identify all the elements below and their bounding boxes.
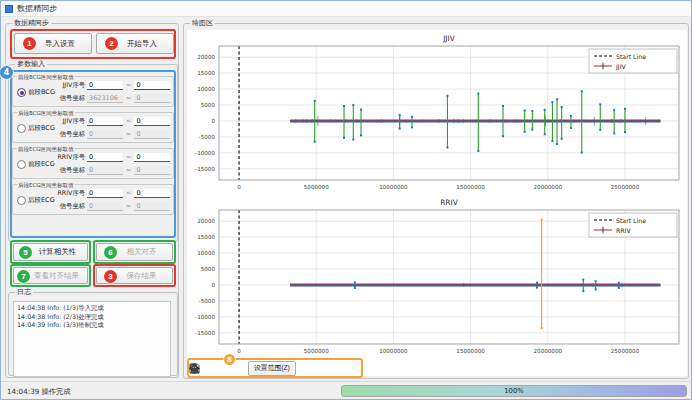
svg-text:20000: 20000	[197, 218, 215, 224]
radio-label: 前段BCG	[28, 88, 55, 97]
front-ecg-radio[interactable]	[17, 160, 26, 169]
app-icon	[5, 5, 13, 13]
signal-coord-to-input[interactable]: 0	[134, 202, 170, 211]
plot-area-title: 绘图区	[190, 19, 215, 28]
view-align-result-button[interactable]: 7 查看对齐结果	[13, 267, 88, 284]
rriv-seq-to-input[interactable]: 0	[134, 153, 170, 162]
svg-text:RRIV: RRIV	[616, 227, 631, 234]
progress-label: 100%	[504, 387, 523, 395]
svg-text:10000000: 10000000	[379, 184, 408, 190]
log-textarea[interactable]: 14:04:38 Info: (1/3)导入完成 14:04:38 Info: …	[13, 301, 171, 377]
row1-label: JJIV序号	[53, 81, 85, 90]
log-line: 14:04:38 Info: (1/3)导入完成	[17, 304, 167, 313]
signal-coord-to-input[interactable]: 0	[134, 166, 170, 175]
section-front-bcg: 前段BCG区间坐标取值 前段BCG JJIV序号 0 ~ 0 信号坐标 3623…	[12, 76, 174, 107]
save-result-button[interactable]: 3 保存结果	[96, 267, 173, 284]
log-groupbox: 日志 14:04:38 Info: (1/3)导入完成 14:04:38 Inf…	[8, 292, 178, 376]
set-range-label: 设置范围(Z)	[254, 363, 290, 373]
signal-coord-from-input[interactable]: 0	[87, 130, 123, 139]
svg-text:0: 0	[237, 348, 241, 354]
signal-coord-to-input[interactable]: 0	[134, 94, 170, 103]
svg-text:-10000: -10000	[195, 314, 215, 320]
tilde: ~	[126, 94, 131, 102]
svg-text:0: 0	[237, 184, 241, 190]
tilde: ~	[126, 189, 131, 197]
badge-2: 2	[105, 37, 118, 50]
svg-text:Start Line: Start Line	[616, 217, 646, 224]
svg-text:15000: 15000	[197, 70, 215, 76]
svg-text:-15000: -15000	[195, 166, 215, 172]
import-settings-button[interactable]: 1 导入设置	[14, 33, 92, 54]
tilde: ~	[126, 202, 131, 210]
svg-text:JJIV: JJIV	[615, 63, 626, 71]
svg-text:5000: 5000	[201, 102, 216, 108]
sync-groupbox: 数据精同步 1 导入设置 2 开始导入 参数输入 4 前段BCG区间坐标取值 前…	[5, 23, 179, 378]
svg-text:5000: 5000	[201, 266, 216, 272]
svg-text:RRIV: RRIV	[440, 198, 458, 207]
sync-group-title: 数据精同步	[12, 19, 51, 28]
svg-text:JJIV: JJIV	[442, 34, 455, 43]
correlation-align-button[interactable]: 6 相关对齐	[96, 243, 173, 261]
badge-7: 7	[17, 270, 30, 283]
correlation-align-label: 相关对齐	[127, 247, 157, 257]
badge-4: 4	[0, 66, 13, 79]
signal-coord-from-input[interactable]: 0	[87, 202, 123, 211]
save-icon[interactable]	[337, 362, 350, 375]
svg-text:5000000: 5000000	[304, 184, 329, 190]
svg-text:-5000: -5000	[199, 134, 216, 140]
zoom-icon[interactable]	[319, 362, 332, 375]
row1-label: JJIV序号	[53, 117, 85, 126]
rear-bcg-radio[interactable]	[17, 124, 26, 133]
jjiv-chart[interactable]: 0500000010000000150000002000000025000000…	[187, 32, 685, 194]
signal-coord-from-input[interactable]: 0	[87, 166, 123, 175]
section-front-ecg: 前段ECG区间坐标取值 前段ECG RRIV序号 0 ~ 0 信号坐标 0 ~ …	[12, 148, 174, 179]
svg-text:10000000: 10000000	[379, 348, 408, 354]
radio-label: 前段ECG	[28, 160, 55, 169]
calc-correlation-button[interactable]: 5 计算相关性	[13, 243, 88, 261]
svg-text:15000000: 15000000	[456, 184, 485, 190]
signal-coord-from-input[interactable]: 3623106	[87, 94, 123, 103]
params-group-title: 参数输入	[15, 60, 47, 69]
chart-toolbar: 设置范围(Z)	[189, 360, 355, 376]
log-group-title: 日志	[15, 288, 33, 297]
app-window: 数据精同步 数据精同步 1 导入设置 2 开始导入 参数输入 4 前段BCG区间…	[0, 0, 692, 400]
tilde: ~	[126, 153, 131, 161]
badge-6: 6	[104, 246, 117, 259]
set-range-button[interactable]: 设置范围(Z)	[248, 361, 296, 376]
rriv-chart[interactable]: 0500000010000000150000002000000025000000…	[187, 196, 685, 358]
front-bcg-radio[interactable]	[17, 88, 26, 97]
row2-label: 信号坐标	[53, 130, 85, 139]
badge-8: 8	[224, 354, 235, 365]
svg-text:25000000: 25000000	[611, 184, 640, 190]
rriv-seq-from-input[interactable]: 0	[87, 189, 123, 198]
svg-text:0: 0	[211, 282, 215, 288]
svg-text:15000: 15000	[197, 234, 215, 240]
radio-label: 后段ECG	[28, 196, 55, 205]
log-line: 14:04:39 Info: (3/3)绘制完成	[17, 321, 167, 330]
row2-label: 信号坐标	[53, 94, 85, 103]
jjiv-seq-to-input[interactable]: 0	[134, 81, 170, 90]
jjiv-seq-from-input[interactable]: 0	[87, 81, 123, 90]
tilde: ~	[126, 81, 131, 89]
tilde: ~	[126, 130, 131, 138]
back-arrow-icon[interactable]	[212, 362, 225, 375]
svg-text:-10000: -10000	[195, 150, 215, 156]
rear-ecg-radio[interactable]	[17, 196, 26, 205]
svg-text:-15000: -15000	[195, 330, 215, 336]
svg-text:10000: 10000	[197, 86, 215, 92]
rriv-seq-from-input[interactable]: 0	[87, 153, 123, 162]
plot-area-groupbox: 绘图区 050000001000000015000000200000002500…	[183, 23, 689, 379]
row2-label: 信号坐标	[53, 202, 85, 211]
start-import-button[interactable]: 2 开始导入	[96, 33, 174, 54]
jjiv-seq-to-input[interactable]: 0	[134, 117, 170, 126]
pan-icon[interactable]	[301, 362, 314, 375]
svg-text:20000000: 20000000	[534, 348, 563, 354]
signal-coord-to-input[interactable]: 0	[134, 130, 170, 139]
radio-label: 后段BCG	[28, 124, 55, 133]
rriv-seq-to-input[interactable]: 0	[134, 189, 170, 198]
jjiv-seq-from-input[interactable]: 0	[87, 117, 123, 126]
section-rear-ecg: 后段ECG区间坐标取值 后段ECG RRIV序号 0 ~ 0 信号坐标 0 ~ …	[12, 184, 174, 215]
save-result-label: 保存结果	[127, 271, 157, 281]
tilde: ~	[126, 117, 131, 125]
row1-label: RRIV序号	[53, 189, 85, 198]
